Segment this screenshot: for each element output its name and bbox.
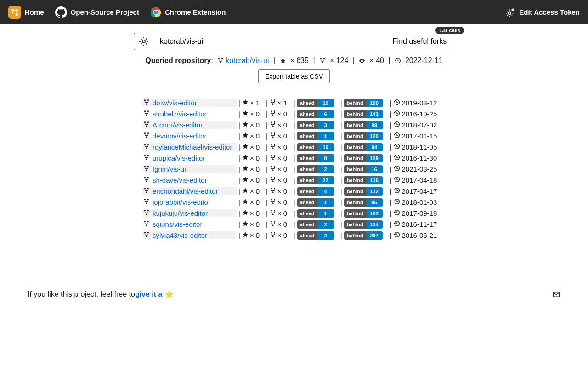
table-row: roylanceMichael/vis-editor| × 0| × 0|ahe… [142,141,446,152]
fork-repo-link[interactable]: strubelz/vis-editor [153,110,207,118]
settings-button[interactable] [134,33,153,50]
star-count: × 0 [250,176,260,184]
svg-point-23 [147,110,149,112]
fork-icon [270,99,276,107]
svg-point-67 [271,188,272,189]
fork-repo-link[interactable]: sylvia43/vis-editor [153,231,207,239]
svg-point-82 [144,221,146,222]
fork-icon [270,110,276,118]
star-count: × 0 [250,198,260,206]
push-date: 2016-06-21 [402,231,437,239]
behind-badge: behind89 [344,121,383,129]
svg-point-74 [274,199,275,200]
table-row: squins/vis-editor| × 0| × 0|ahead2|behin… [142,218,446,230]
history-icon [394,154,400,162]
star-icon [280,58,286,64]
behind-badge: behind142 [344,110,383,118]
repo-link[interactable]: kotcrab/vis-ui [226,57,269,64]
mail-icon[interactable] [552,290,560,299]
nav-edit-token[interactable]: Edit Access Token [505,7,580,17]
svg-point-76 [144,210,146,211]
push-date: 2016-11-17 [402,220,437,228]
fork-icon [270,154,276,162]
ahead-badge: ahead6 [297,110,334,118]
svg-point-8 [142,40,145,43]
ahead-badge: ahead4 [297,187,334,196]
fork-logo-icon [8,6,21,19]
fork-repo-link[interactable]: roylanceMichael/vis-editor [153,143,232,151]
fork-icon [270,198,276,206]
svg-point-91 [271,232,272,233]
svg-point-25 [271,110,272,112]
svg-point-88 [144,232,146,233]
forks-table: dotw/vis-editor| × 1| × 1|ahead10|behind… [142,97,446,241]
fork-count: × 0 [277,154,287,162]
svg-point-9 [218,58,220,59]
ahead-badge: ahead1 [297,209,334,218]
star-icon [242,132,249,140]
table-row: urupica/vis-editor| × 0| × 0|ahead8|behi… [142,152,446,163]
svg-point-12 [320,58,322,59]
fork-repo-link[interactable]: ericnondahl/vis-editor [153,187,218,195]
svg-point-45 [272,147,273,149]
push-date: 2018-07-02 [402,121,437,129]
svg-point-51 [272,158,273,160]
star-icon [242,231,249,239]
gear-icon [138,36,149,47]
star-count: × 0 [250,187,260,195]
find-forks-button[interactable]: Find useful forks [385,33,454,50]
nav-home[interactable]: Home [8,6,44,19]
push-date: 2017-01-15 [402,132,437,140]
fork-icon [143,198,150,206]
fork-icon [143,132,150,140]
export-csv-button[interactable]: Export table as CSV [258,69,330,83]
svg-point-44 [274,144,275,145]
fork-repo-link[interactable]: Arcnor/vis-editor [153,121,203,129]
svg-point-31 [271,121,272,123]
fork-icon [270,143,276,151]
svg-point-29 [147,121,149,123]
fork-count: × 1 [277,99,287,107]
fork-repo-link[interactable]: squins/vis-editor [153,220,202,228]
svg-point-54 [146,169,147,171]
ahead-badge: ahead10 [297,99,334,107]
fork-icon [143,209,150,217]
repo-search-input[interactable] [153,33,385,50]
svg-point-66 [146,191,147,193]
behind-badge: behind134 [344,220,383,229]
star-icon [242,220,249,228]
fork-icon [143,121,150,129]
svg-point-83 [147,221,149,222]
push-date: 2021-03-25 [402,165,437,173]
star-count: × 0 [250,132,260,140]
fork-icon [270,187,276,195]
give-star-link[interactable]: give it a ⭐ [135,290,174,299]
svg-point-85 [271,221,272,222]
svg-point-17 [147,99,149,101]
svg-point-38 [274,132,275,134]
fork-repo-link[interactable]: sh-dave/vis-editor [153,176,207,184]
fork-repo-link[interactable]: kujukuju/vis-editor [153,209,208,217]
fork-repo-link[interactable]: urupica/vis-editor [153,154,205,162]
fork-repo-link[interactable]: devmpv/vis-editor [153,132,207,140]
svg-point-15 [362,60,363,62]
star-count: × 0 [250,143,260,151]
svg-point-93 [272,236,273,237]
history-icon [394,99,400,107]
ahead-badge: ahead2 [297,220,334,229]
star-count: × 0 [250,121,260,129]
history-icon [394,143,400,151]
svg-point-86 [274,221,275,222]
fork-icon [143,99,150,107]
nav-chrome-extension[interactable]: Chrome Extension [150,7,226,18]
fork-repo-link[interactable]: jojorabbit/vis-editor [153,198,210,206]
fork-count: × 0 [277,176,287,184]
push-date: 2018-01-03 [402,198,437,206]
behind-badge: behind129 [344,154,383,162]
nav-open-source[interactable]: Open-Source Project [55,6,139,18]
fork-repo-link[interactable]: dotw/vis-editor [153,99,197,107]
fork-icon [270,209,276,217]
fork-repo-link[interactable]: fgnm/vis-ui [153,165,186,173]
svg-point-37 [271,132,272,134]
svg-point-77 [147,210,149,211]
